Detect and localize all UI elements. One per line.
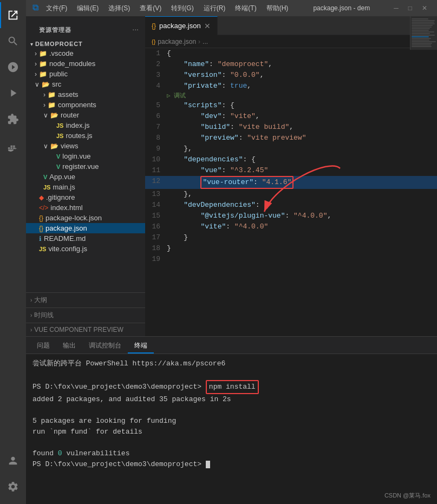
search-icon[interactable] [0, 28, 26, 54]
js-file-icon: JS [56, 122, 63, 129]
file-tree: › 📁 .vscode › 📁 node_modules › 📁 public [26, 48, 145, 292]
line-content: "private": true, [167, 81, 437, 91]
panel-tab-terminal[interactable]: 终端 [128, 339, 154, 354]
panel-area: 问题 输出 调试控制台 终端 尝试新的跨平台 PowerShell https:… [26, 336, 437, 504]
terminal-prompt-line: PS D:\fox\vue_project\demo3\demoproject> [32, 459, 431, 470]
settings-icon[interactable] [0, 474, 26, 500]
tree-item-package-lock[interactable]: {} package-lock.json [26, 213, 145, 223]
line-number: 12 [145, 176, 167, 187]
code-line: 15 "@vitejs/plugin-vue": "^4.0.0", [145, 211, 437, 221]
docker-icon[interactable] [0, 136, 26, 162]
tree-label: src [52, 80, 61, 88]
tree-item-login-vue[interactable]: V login.vue [26, 151, 145, 161]
explorer-icon[interactable] [0, 2, 26, 28]
tree-item-views[interactable]: ∨ 📂 views [26, 141, 145, 151]
line-content: "version": "0.0.0", [167, 70, 437, 81]
tree-item-app-vue[interactable]: V App.vue [26, 172, 145, 182]
tree-item-index-html[interactable]: </> index.html [26, 202, 145, 213]
tree-item-gitignore[interactable]: ◆ .gitignore [26, 192, 145, 202]
tree-item-index-js[interactable]: JS index.js [26, 120, 145, 130]
code-line: 17 } [145, 232, 437, 243]
tree-item-register-vue[interactable]: V register.vue [26, 161, 145, 172]
md-file-icon: ℹ [39, 235, 42, 243]
minimap [410, 16, 437, 50]
terminal-line: found 0 vulnerabilities [32, 448, 431, 459]
tree-item-readme[interactable]: ℹ README.md [26, 233, 145, 244]
sidebar-vue-preview-panel[interactable]: › VUE COMPONENT PREVIEW [26, 323, 145, 336]
line-content: "preview": "vite preview" [167, 133, 437, 143]
project-section-header[interactable]: ▾ DEMOPROECT [26, 40, 145, 48]
timeline-label: 时间线 [34, 311, 54, 320]
debug-run-button[interactable]: ▷ 调试 [167, 90, 186, 101]
tree-item-routes-js[interactable]: JS routes.js [26, 130, 145, 141]
breadcrumb: {} package.json › ... [145, 35, 437, 48]
chevron-right-icon: › [43, 101, 45, 109]
terminal-line: added 2 packages, and audited 35 package… [32, 394, 431, 405]
line-number: 15 [145, 211, 167, 221]
terminal-content[interactable]: 尝试新的跨平台 PowerShell https://aka.ms/pscore… [26, 354, 437, 504]
tree-label: components [58, 101, 96, 109]
account-icon[interactable] [0, 448, 26, 474]
terminal-prompt-line: PS D:\fox\vue_project\demo3\demoproject>… [32, 380, 431, 394]
tree-item-vite-config[interactable]: JS vite.config.js [26, 244, 145, 254]
tree-item-vscode[interactable]: › 📁 .vscode [26, 48, 145, 58]
tree-label: .gitignore [46, 193, 75, 201]
breadcrumb-sep-icon: › [198, 38, 200, 45]
chevron-right-icon: › [35, 60, 37, 68]
debug-run-hint: ▷ 调试 [145, 91, 437, 100]
line-content: } [167, 243, 437, 254]
sidebar-outline-panel[interactable]: › 大纲 [26, 292, 145, 307]
watermark: CSDN @莱马.fox [384, 492, 431, 500]
tree-item-node-modules[interactable]: › 📁 node_modules [26, 58, 145, 69]
tab-package-json[interactable]: {} package.json ✕ [145, 16, 218, 35]
line-number: 10 [145, 154, 167, 165]
line-number: 16 [145, 221, 167, 232]
breadcrumb-json-icon: {} [152, 38, 155, 45]
tree-item-src[interactable]: ∨ 📂 src [26, 79, 145, 89]
folder-icon: 📁 [39, 70, 47, 78]
project-name: DEMOPROECT [35, 41, 83, 47]
vue-preview-label: VUE COMPONENT PREVIEW [34, 326, 123, 333]
panel-tab-problems[interactable]: 问题 [30, 339, 56, 354]
line-content: "vue": "^3.2.45" [167, 165, 437, 176]
line-content: "vue-router": "4.1.6" [167, 176, 437, 189]
tree-label: register.vue [62, 162, 99, 171]
tree-label: node_modules [49, 60, 95, 68]
line-number: 6 [145, 111, 167, 122]
folder-icon: 📁 [48, 101, 56, 109]
code-line: 5 "scripts": { [145, 100, 437, 111]
sidebar-more-icon[interactable]: ··· [132, 25, 139, 34]
content-area: 资源管理器 ··· ▾ DEMOPROECT › 📁 .vscode › [26, 16, 437, 336]
code-line: 18} [145, 243, 437, 254]
tree-label: package.json [45, 224, 87, 232]
tree-label: index.html [50, 204, 82, 212]
json-file-icon: {} [39, 214, 43, 222]
panel-tab-output[interactable]: 输出 [56, 339, 82, 354]
svg-rect-0 [8, 147, 10, 149]
terminal-line [32, 437, 431, 448]
tree-item-router[interactable]: ∨ 📂 router [26, 110, 145, 120]
folder-open-icon: 📂 [50, 142, 58, 150]
tree-label: .vscode [49, 49, 74, 57]
panel-tab-debug[interactable]: 调试控制台 [82, 339, 128, 354]
folder-icon: 📁 [39, 60, 47, 68]
sidebar-timeline-panel[interactable]: › 时间线 [26, 307, 145, 323]
tree-item-package-json[interactable]: {} package.json [26, 223, 145, 233]
run-icon[interactable] [0, 80, 26, 106]
tree-item-public[interactable]: › 📁 public [26, 69, 145, 79]
line-content: "scripts": { [167, 100, 437, 111]
git-file-icon: ◆ [39, 194, 44, 201]
line-content: "dependencies": { [167, 154, 437, 165]
source-control-icon[interactable] [0, 54, 26, 80]
extensions-icon[interactable] [0, 106, 26, 132]
tab-label: package.json [159, 22, 201, 30]
tree-item-assets[interactable]: › 📁 assets [26, 89, 145, 100]
outline-chevron-icon: › [30, 297, 32, 303]
tree-item-main-js[interactable]: JS main.js [26, 182, 145, 192]
tab-json-icon: {} [152, 22, 156, 30]
code-editor[interactable]: 1{2 "name": "demoproect",3 "version": "0… [145, 48, 437, 336]
code-line: 9 }, [145, 143, 437, 154]
line-number: 2 [145, 59, 167, 70]
tab-close-button[interactable]: ✕ [204, 22, 211, 30]
tree-item-components[interactable]: › 📁 components [26, 100, 145, 110]
